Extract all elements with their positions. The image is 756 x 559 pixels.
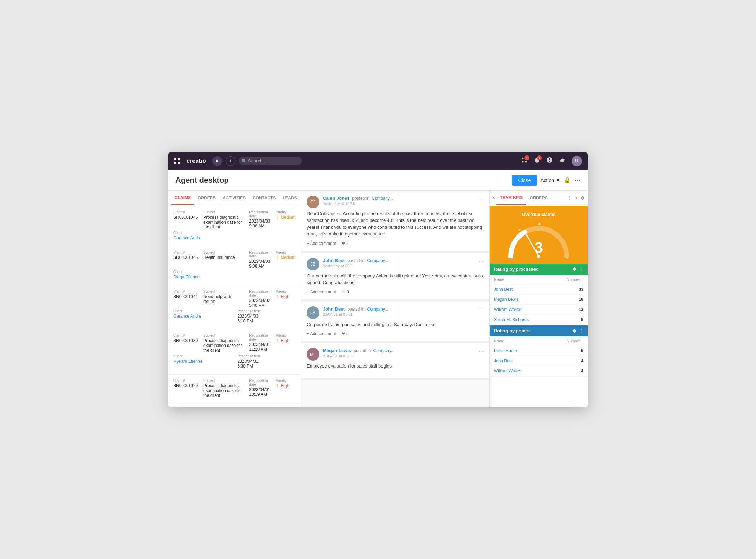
- rating-col-headers: Name Number...: [490, 275, 588, 284]
- claim-number: SR00001044: [173, 294, 198, 299]
- rating-person-name[interactable]: Megan Lewis: [494, 297, 519, 302]
- feed-panel: CJ Caleb Jones posted in Company... Yest…: [301, 191, 490, 407]
- claim-subject-field: Subject Process diagnostic examination c…: [203, 210, 243, 230]
- play-button[interactable]: ▶: [212, 156, 222, 166]
- feed-like[interactable]: ❤ 2: [342, 241, 349, 246]
- lock-icon[interactable]: 🔒: [564, 177, 571, 183]
- rating-col-headers: Name Number...: [490, 336, 588, 346]
- claim-client[interactable]: Diego Etienne: [173, 275, 296, 280]
- claim-priority-field: Priority ⇧ Medium: [276, 210, 296, 230]
- dots-icon[interactable]: ⋮: [579, 328, 583, 334]
- claim-card: Claim # SR00001044 Subject Need help wit…: [168, 285, 301, 329]
- rating-person-name[interactable]: John Best: [494, 358, 513, 363]
- kpi-next-icon[interactable]: >: [575, 195, 578, 201]
- feed-item: JB John Best posted in Company... 23/04/…: [301, 302, 489, 343]
- claim-regdate: 2023/04/025:40 PM: [249, 298, 270, 308]
- search-input[interactable]: [239, 157, 302, 165]
- claim-number-field: Claim # SR00001030: [173, 334, 198, 353]
- claim-response-field: Response time 2023/04/016:38 PM: [238, 354, 296, 369]
- gauge-card: Overdue claims 0 5 10 15: [490, 206, 588, 264]
- feed-company[interactable]: Company...: [367, 307, 388, 312]
- tab-leads[interactable]: LEADS: [279, 191, 300, 205]
- add-comment-button[interactable]: + Add comment: [307, 331, 336, 336]
- claim-priority: ⇧ High: [276, 294, 296, 299]
- tab-team-kpis[interactable]: TEAM KPIS: [496, 191, 526, 205]
- feed-like[interactable]: ❤ 5: [342, 331, 349, 336]
- claim-number-field: Claim # SR00001046: [173, 210, 198, 230]
- rating-row: Megan Lewis 18: [490, 295, 588, 305]
- claim-client[interactable]: Garance Andre: [173, 235, 296, 240]
- claim-subject: Health Insurance: [203, 255, 243, 260]
- claim-response: 2023/04/016:38 PM: [238, 359, 296, 369]
- notifications-button[interactable]: 1: [534, 157, 540, 165]
- kpi-dots-icon[interactable]: ⋮: [567, 195, 572, 201]
- app-logo: creatio: [187, 158, 206, 164]
- tab-activities[interactable]: ACTIVITIES: [219, 191, 249, 205]
- tab-orders[interactable]: ORDERS: [194, 191, 219, 205]
- rating-person-name[interactable]: Peter Moore: [494, 348, 517, 353]
- feed-more-icon[interactable]: ⋯: [478, 196, 484, 202]
- add-comment-button[interactable]: + Add comment: [307, 290, 336, 295]
- play-icon: ▶: [216, 159, 219, 163]
- kpi-expand-icon[interactable]: ✥: [581, 195, 585, 201]
- feed-more-icon[interactable]: ⋯: [478, 258, 484, 264]
- feed-text: Corporate training on sales and selling …: [307, 321, 484, 328]
- new-tab-button[interactable]: +: [226, 156, 235, 166]
- close-button[interactable]: Close: [512, 175, 537, 186]
- priority-arrow-icon: ⇧: [276, 215, 279, 220]
- expand-icon[interactable]: ✥: [572, 328, 576, 334]
- claims-tabs: CLAIMS ORDERS ACTIVITIES CONTACTS LEADS …: [168, 191, 301, 206]
- expand-icon[interactable]: ✥: [572, 267, 576, 272]
- main-content: CLAIMS ORDERS ACTIVITIES CONTACTS LEADS …: [168, 191, 588, 407]
- dots-icon[interactable]: ⋮: [579, 267, 583, 272]
- claim-client-row: Client Myriam Etienne Response time 2023…: [173, 354, 296, 369]
- action-button[interactable]: Action ▼: [540, 177, 560, 183]
- feed-company[interactable]: Company...: [372, 196, 393, 201]
- prev-icon[interactable]: <: [493, 196, 495, 201]
- claim-row: Claim # SR00001030 Subject Process diagn…: [173, 334, 296, 353]
- rating-person-name[interactable]: John Best: [494, 287, 513, 292]
- claim-subject: Need help with refund: [203, 294, 243, 304]
- claim-row: Claim # SR00001044 Subject Need help wit…: [173, 290, 296, 308]
- user-avatar[interactable]: U: [572, 156, 582, 166]
- claim-card: Claim # SR00001046 Subject Process diagn…: [168, 206, 301, 246]
- claim-priority-field: Priority ⇧ High: [276, 334, 296, 353]
- claim-client[interactable]: Myriam Etienne: [173, 359, 232, 364]
- add-comment-button[interactable]: + Add comment: [307, 241, 336, 246]
- claim-regdate: 2023/04/039:08 AM: [249, 259, 270, 269]
- priority-arrow-icon: ⇧: [276, 338, 279, 343]
- svg-rect-0: [174, 158, 176, 160]
- settings-button[interactable]: [559, 157, 565, 165]
- tab-orders-right[interactable]: ORDERS: [526, 191, 551, 205]
- feed-company[interactable]: Company...: [367, 258, 388, 263]
- tab-claims[interactable]: CLAIMS: [171, 191, 194, 205]
- rating-person-name[interactable]: Sarah M. Richards: [494, 317, 529, 322]
- feed-posted-label: posted in: [352, 196, 370, 201]
- claim-regdate-field: Registration date 2023/04/039:38 AM: [249, 210, 270, 230]
- rating-person-number: 5: [581, 317, 583, 322]
- claim-regdate-field: Registration date 2023/04/025:40 PM: [249, 290, 270, 308]
- svg-rect-1: [178, 158, 180, 160]
- feed-company[interactable]: Company...: [373, 348, 394, 353]
- claims-list: Claim # SR00001046 Subject Process diagn…: [168, 206, 301, 407]
- claim-client[interactable]: Garance Andre: [173, 314, 232, 319]
- rating-points-title: Rating by points: [494, 328, 530, 333]
- feed-actions: + Add comment ❤ 2: [307, 241, 484, 246]
- grid-icon[interactable]: [174, 158, 180, 164]
- tab-contacts[interactable]: CONTACTS: [249, 191, 279, 205]
- claim-client-field: Client Myriam Etienne: [173, 354, 232, 369]
- rating-person-name[interactable]: William Walker: [494, 369, 522, 373]
- svg-rect-3: [178, 162, 180, 164]
- feed-more-icon[interactable]: ⋯: [478, 348, 484, 355]
- rating-person-name[interactable]: William Walker: [494, 307, 522, 312]
- feed-like[interactable]: ♡ 0: [342, 290, 349, 295]
- apps-icon-button[interactable]: •: [521, 157, 528, 165]
- feed-header: JB John Best posted in Company... Yester…: [307, 258, 484, 270]
- svg-text:10: 10: [537, 222, 541, 226]
- help-button[interactable]: [546, 157, 553, 165]
- svg-point-14: [537, 255, 540, 258]
- svg-point-6: [522, 161, 524, 163]
- more-options-icon[interactable]: ⋯: [574, 176, 581, 184]
- priority-arrow-icon: ⇧: [276, 294, 279, 299]
- feed-more-icon[interactable]: ⋯: [478, 306, 484, 313]
